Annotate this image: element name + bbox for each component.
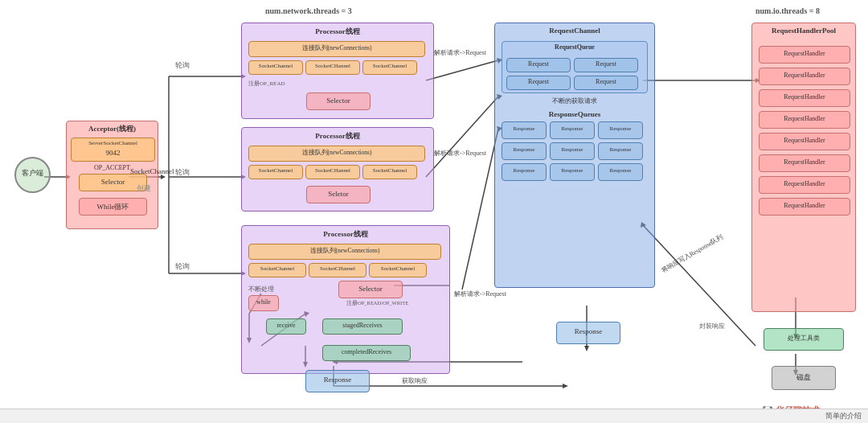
resp3-box: Response [598, 121, 643, 139]
socket-channels3-row: SocketChannel SocketCHannel SocketChanne… [248, 263, 427, 277]
request-channel-box: RequestChannel RequestQueue Request Requ… [494, 23, 655, 288]
bottom-bar: 简单的介绍 [0, 409, 868, 423]
rh6-box: RequestHandler [759, 154, 850, 172]
socket-channels1-row: SocketChannel SocketCHannel SocketChanne… [248, 60, 417, 75]
processor3-box: Processor线程 连接队列(newConnections) SocketC… [241, 225, 450, 374]
rh6-label: RequestHandler [760, 158, 850, 166]
requests-row2: Request Request [506, 76, 638, 90]
rh2-box: RequestHandler [759, 68, 850, 85]
parse-request3-label: 解析请求->Request [454, 290, 506, 298]
resp6-label: Response [599, 146, 642, 153]
create-label: 创建 [137, 183, 151, 194]
conn-queue1-box: 连接队列(newConnections) [248, 41, 425, 57]
resp1-box: Response [502, 121, 547, 139]
staged-receives-label: stagedReceives [323, 322, 402, 329]
server-socket-channel-label: ServerSocketChannel [72, 140, 154, 146]
socket-channel-middle-label: SocketChannel [130, 167, 174, 175]
svg-line-12 [426, 60, 498, 80]
sc2a-box: SocketChannel [248, 165, 303, 179]
svg-marker-40 [563, 384, 568, 388]
completed-receives-box: completedReceives [322, 345, 411, 361]
req3-label: Request [507, 78, 570, 85]
response-bottom-label: Response [557, 327, 620, 335]
resp4-label: Response [502, 146, 546, 153]
req4-label: Request [575, 78, 637, 85]
processing-tools-label: 处理工具类 [764, 334, 843, 343]
response-bottom2-box: Response [305, 370, 370, 392]
rh5-box: RequestHandler [759, 133, 850, 150]
conn-queue1-label: 连接队列(newConnections) [249, 44, 424, 52]
while-loop-label: While循环 [80, 202, 146, 212]
sc2a-label: SocketChannel [249, 167, 302, 174]
receive-box: receive [266, 318, 306, 335]
write-response-label: 将响应写入Response队列 [660, 232, 725, 275]
fetch-request-label: 不断的获取请求 [495, 97, 654, 105]
selector3-label: Selector [339, 285, 402, 293]
rh5-label: RequestHandler [760, 137, 850, 144]
rh1-box: RequestHandler [759, 46, 850, 64]
rh3-box: RequestHandler [759, 89, 850, 107]
resp5-label: Response [551, 146, 594, 153]
client-label: 客户端 [16, 168, 49, 179]
response-queues-title: ResponseQueues [495, 110, 654, 118]
resp3-label: Response [599, 125, 642, 132]
poll-label-1: 轮询 [175, 60, 190, 71]
rh1-label: RequestHandler [760, 50, 850, 57]
rh3-label: RequestHandler [760, 93, 850, 101]
socket-channels2-row: SocketChannel SocketCHannel SocketChanne… [248, 165, 417, 179]
req2-label: Request [575, 60, 637, 68]
network-threads-label: num.network.threads = 3 [265, 6, 352, 15]
req1-label: Request [507, 60, 570, 68]
sc3a-label: SocketChannel [249, 265, 305, 272]
sc3b-label: SocketCHannel [309, 265, 366, 272]
resp7-box: Response [502, 163, 547, 181]
while3-label: while [249, 298, 278, 306]
sc1c-box: SocketChannel [362, 60, 417, 75]
sc3a-box: SocketChannel [248, 263, 306, 277]
selector2-box: Seletor [306, 186, 371, 203]
processor2-label: Processor线程 [242, 131, 433, 142]
response-bottom-box: Response [556, 322, 620, 344]
register-op-read1-label: 注册OP_READ [248, 80, 285, 88]
req2-box: Request [574, 58, 638, 72]
completed-receives-label: completedReceives [323, 348, 410, 355]
request-handler-pool-label: RequestHandlerPool [752, 27, 855, 35]
processor2-box: Processor线程 连接队列(newConnections) SocketC… [241, 127, 434, 212]
encapsulate-label: 封装响应 [699, 322, 725, 331]
rh4-label: RequestHandler [760, 115, 850, 122]
selector2-label: Seletor [307, 190, 370, 198]
disk-label: 磁盘 [772, 372, 835, 383]
conn-queue2-box: 连接队列(newConnections) [248, 146, 425, 162]
get-response-label: 获取响应 [402, 376, 428, 385]
resp9-label: Response [599, 167, 642, 174]
processing-tools-box: 处理工具类 [764, 328, 844, 351]
selector3-box: Selector [338, 281, 403, 298]
resp9-box: Response [598, 163, 643, 181]
sc1b-box: SocketCHannel [305, 60, 360, 75]
request-channel-label: RequestChannel [495, 27, 654, 35]
sc1a-box: SocketChannel [248, 60, 303, 75]
response-bottom2-label: Response [306, 376, 369, 384]
rh8-label: RequestHandler [760, 202, 850, 209]
sc2c-box: SocketChannel [362, 165, 417, 179]
sc1a-label: SocketChannel [249, 63, 302, 69]
acceptor-label: Acceptor(线程) [67, 124, 158, 134]
response-grid: Response Response Response Response Resp… [502, 121, 643, 181]
sc2b-label: SocketCHannel [306, 167, 359, 174]
svg-line-14 [426, 97, 498, 177]
selector1-box: Selector [306, 92, 371, 110]
disk-box: 磁盘 [772, 366, 836, 390]
while3-box: while [248, 295, 279, 311]
resp1-label: Response [502, 125, 546, 132]
req3-box: Request [506, 76, 571, 90]
diagram-container: num.network.threads = 3 num.io.threads =… [0, 0, 868, 423]
rh7-box: RequestHandler [759, 176, 850, 194]
resp5-box: Response [550, 142, 595, 160]
poll-label-2: 轮询 [175, 167, 190, 178]
conn-queue3-label: 连接队列(newConnections) [249, 247, 440, 255]
sc2c-label: SocketChannel [363, 167, 416, 174]
port-label: 9042 [72, 149, 154, 157]
staged-receives-box: stagedReceives [322, 318, 403, 335]
request-queue-box: RequestQueue Request Request Request Req… [502, 41, 648, 93]
sc3c-box: SocketChannel [369, 263, 427, 277]
